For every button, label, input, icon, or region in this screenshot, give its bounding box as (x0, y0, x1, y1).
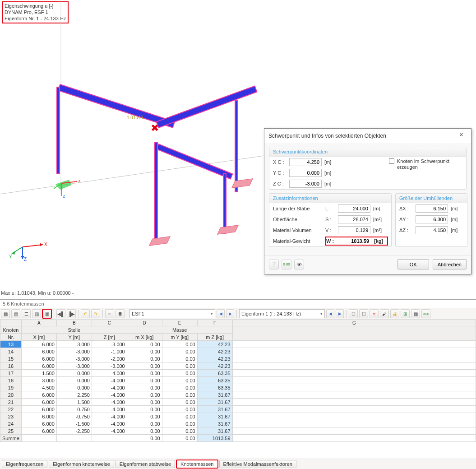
tool-form-icon[interactable]: ▥ (32, 309, 41, 318)
xc-field[interactable] (289, 158, 322, 166)
results-panel: 5.6 Knotenmassen ▦ ▤ ☰ ▥ ▦ ◀▌ ▐▶ ↶ ↷ ≡ ≣… (0, 299, 476, 469)
table-row[interactable]: 236.000-0.750-4.0000.000.0031.67 (0, 413, 476, 420)
dz-label: ΔZ : (399, 228, 413, 233)
panel-toolbar: ▦ ▤ ☰ ▥ ▦ ◀▌ ▐▶ ↶ ↷ ≡ ≣ ESF1 ◀ ▶ Eigenfo… (0, 308, 476, 320)
help-icon[interactable]: ❔ (269, 260, 279, 269)
table-row[interactable]: 256.000-2.250-4.0000.000.0031.67 (0, 427, 476, 435)
status-min-max: Max u: 1.01043, Min u: 0.00000 - (1, 290, 74, 296)
tool-next-icon[interactable]: ▐▶ (67, 309, 76, 318)
svg-text:Z: Z (63, 194, 65, 199)
col-group-knoten: Knoten (0, 326, 22, 334)
tool-precision-icon[interactable]: 0.00 (421, 309, 430, 318)
xc-label: X C : (273, 159, 287, 165)
volume-label: Material-Volumen (273, 228, 323, 233)
col-group-stelle: Stelle (21, 326, 127, 334)
table-row[interactable]: 146.000-3.000-1.0000.000.0042.23 (0, 348, 476, 355)
overlay-line2: DYNAM Pro, ESF 1 (5, 9, 66, 16)
tool-cols-icon[interactable]: ≣ (116, 309, 125, 318)
tool-filter-icon[interactable]: ▿ (370, 309, 379, 318)
cancel-button[interactable]: Abbrechen (433, 259, 467, 269)
tool-chart-icon[interactable]: ▦ (42, 309, 51, 318)
tool-tree-icon[interactable]: ☰ (22, 309, 31, 318)
eye-icon[interactable]: 👁 (294, 260, 304, 269)
tool-excel-icon[interactable]: ⊞ (401, 309, 410, 318)
tool-print-icon[interactable]: 🖨 (390, 309, 399, 318)
zc-label: Z C : (273, 181, 287, 186)
xc-unit: [m] (324, 159, 337, 165)
tool-export-icon[interactable]: ▦ (411, 309, 420, 318)
svg-marker-9 (40, 243, 43, 246)
yc-unit: [m] (324, 170, 337, 176)
eigenform-overlay-label: Eigenschwingung u [-] DYNAM Pro, ESF 1 E… (2, 1, 69, 23)
nav-axes-icon: X Y Z (9, 231, 50, 263)
ef-prev-button[interactable]: ◀ (326, 309, 334, 318)
length-label: Länge der Stäbe (273, 206, 323, 211)
overlay-line1: Eigenschwingung u [-] (5, 3, 66, 9)
result-tabs: Eigenfrequenzen Eigenformen knotenweise … (0, 459, 476, 469)
tool-undo-icon[interactable]: ↶ (81, 309, 90, 318)
col-group-masse: Masse (127, 326, 232, 334)
svg-text:Z: Z (24, 257, 27, 262)
tool-paint-icon[interactable]: 🖌 (380, 309, 389, 318)
dy-label: ΔY : (399, 217, 413, 222)
tab-eigenfrequenzen[interactable]: Eigenfrequenzen (2, 460, 47, 468)
zc-field[interactable] (289, 180, 322, 188)
group-bbox-title: Größe der Umhüllenden (396, 194, 467, 203)
tool-grid-icon[interactable]: ▤ (11, 309, 20, 318)
table-row[interactable]: 171.5000.000-4.0000.000.0063.35 (0, 370, 476, 377)
table-row[interactable]: 194.5000.000-4.0000.000.0063.35 (0, 384, 476, 391)
dx-field (416, 204, 448, 213)
eigenform-combo[interactable]: Eigenform 1 (f : 24.133 Hz) (239, 309, 325, 318)
units-icon[interactable]: 0.00 (282, 260, 291, 269)
dy-field (416, 215, 448, 223)
dialog-title: Schwerpunkt und Infos von selektierten O… (268, 133, 386, 139)
table-wrapper: ABC DEF G Knoten Stelle Masse Nr. X [m]Y… (0, 320, 476, 442)
ef-next-button[interactable]: ▶ (336, 309, 344, 318)
group-schwerpunkt: Schwerpunktkoordinaten X C :[m] Y C :[m]… (269, 147, 467, 190)
lc-next-button[interactable]: ▶ (226, 309, 234, 318)
yc-label: Y C : (273, 170, 287, 176)
group-bbox: Größe der Umhüllenden ΔX :[m] ΔY :[m] ΔZ… (395, 193, 467, 247)
dz-field (416, 226, 448, 234)
svg-text:X: X (44, 242, 47, 247)
table-row[interactable]: 156.000-3.000-2.0000.000.0042.23 (0, 355, 476, 362)
table-row[interactable]: 166.000-3.000-3.0000.000.0042.23 (0, 362, 476, 370)
tab-modalmassen[interactable]: Effektive Modalmassenfaktoren (219, 460, 296, 468)
knotenmassen-table[interactable]: ABC DEF G Knoten Stelle Masse Nr. X [m]Y… (0, 320, 476, 442)
tab-eigenformen-knoten[interactable]: Eigenformen knotenweise (49, 460, 114, 468)
overlay-line3: Eigenform Nr. 1 - 24.133 Hz (5, 16, 66, 22)
mode-deformation-value: 1.01043 (127, 115, 143, 120)
yc-field[interactable] (289, 169, 322, 177)
group-zusatzinfo-title: Zusatzinformationen (269, 194, 391, 203)
tool-prev-icon[interactable]: ◀▌ (56, 309, 65, 318)
dx-label: ΔX : (399, 206, 413, 211)
table-row[interactable]: 246.000-1.500-4.0000.000.0031.67 (0, 420, 476, 427)
group-schwerpunkt-title: Schwerpunktkoordinaten (269, 147, 466, 157)
tool-misc1-icon[interactable]: ☐ (349, 309, 358, 318)
tab-knotenmassen[interactable]: Knotenmassen (176, 460, 217, 468)
lc-prev-button[interactable]: ◀ (217, 309, 225, 318)
tool-table-icon[interactable]: ▦ (1, 309, 10, 318)
tool-misc2-icon[interactable]: ☐ (359, 309, 368, 318)
table-row[interactable]: 226.0000.750-4.0000.000.0031.67 (0, 406, 476, 413)
table-sum-row: Summe0.000.001013.59 (0, 435, 476, 442)
zc-unit: [m] (324, 181, 337, 186)
table-row[interactable]: 216.0001.500-4.0000.000.0031.67 (0, 399, 476, 406)
surface-field (338, 215, 370, 223)
table-row[interactable]: 136.0003.000-3.0000.000.0042.23 (0, 341, 476, 348)
tool-rows-icon[interactable]: ≡ (105, 309, 114, 318)
svg-text:X: X (78, 179, 81, 183)
close-icon[interactable]: ✕ (455, 131, 467, 140)
table-row[interactable]: 206.0002.250-4.0000.000.0031.67 (0, 391, 476, 399)
loadcase-combo[interactable]: ESF1 (129, 309, 215, 318)
create-node-checkbox[interactable] (389, 158, 394, 164)
svg-marker-2 (55, 180, 72, 190)
weight-field (339, 237, 371, 245)
tab-eigenformen-stab[interactable]: Eigenformen stabweise (116, 460, 175, 468)
panel-title: 5.6 Knotenmassen (0, 300, 476, 308)
group-zusatzinfo: Zusatzinformationen Länge der StäbeL :[m… (269, 193, 392, 247)
ok-button[interactable]: OK (397, 259, 429, 269)
table-row[interactable]: 183.0000.000-4.0000.000.0063.35 (0, 377, 476, 384)
tool-redo-icon[interactable]: ↷ (91, 309, 100, 318)
svg-text:Y: Y (9, 254, 12, 259)
